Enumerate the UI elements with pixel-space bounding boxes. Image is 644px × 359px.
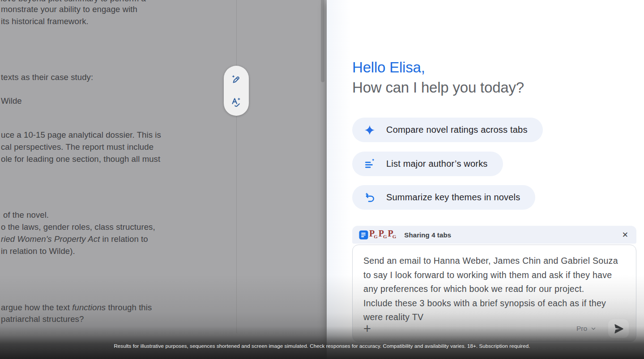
document-text-line: ried Women's Property Act in relation to — [1, 234, 148, 244]
prompt-card: Send an email to Hanna Weber, James Chin… — [352, 245, 636, 342]
footer-disclaimer: Results for illustrative purposes, seque… — [0, 343, 644, 349]
sharing-tabs-label: Sharing 4 tabs — [404, 231, 451, 239]
suggestion-chip-label: List major author’s works — [386, 159, 488, 169]
document-text-line: o the laws, gender roles, class structur… — [1, 222, 155, 232]
editing-tools-pill — [224, 66, 249, 116]
suggestion-chip-label: Compare novel ratings across tabs — [386, 125, 528, 135]
model-selector-label: Pro — [576, 325, 587, 333]
sharing-tabs-bar: PG PG PG Sharing 4 tabs ✕ — [352, 226, 636, 244]
spellcheck-sparkle-icon — [230, 96, 242, 108]
prompt-input[interactable]: Send an email to Hanna Weber, James Chin… — [363, 254, 628, 325]
document-text-line: texts as their case study: — [1, 72, 93, 82]
page-edge-divider — [236, 0, 237, 333]
send-arrow-icon — [613, 323, 624, 334]
gutenberg-favicon: PG — [379, 229, 387, 241]
document-text-line: Wilde — [1, 96, 22, 106]
prompt-toolbar: + Pro — [362, 318, 629, 339]
magic-pencil-icon — [230, 74, 242, 85]
shared-tab-favicons: PG PG PG — [359, 229, 396, 241]
document-text-line: monstrate your ability to engage with — [1, 4, 137, 14]
greeting-name: Hello Elisa, — [352, 57, 425, 77]
gemini-sparkle-icon — [364, 124, 375, 136]
prompt-line: Include these 3 books with a brief synop… — [363, 296, 628, 311]
gutenberg-favicon: PG — [388, 229, 397, 241]
chevron-down-icon — [590, 325, 597, 332]
document-text-line: uce a 10-15 page analytical dossier. Thi… — [1, 130, 161, 140]
screen: move beyond plot summary to perform a mo… — [0, 0, 644, 359]
proofread-button[interactable] — [227, 93, 245, 111]
send-button[interactable] — [608, 319, 629, 338]
replay-sparkle-icon — [364, 192, 375, 203]
close-icon[interactable]: ✕ — [620, 229, 630, 241]
list-sparkle-icon — [364, 158, 375, 170]
prompt-line: any preferences for which book we read f… — [363, 282, 628, 296]
document-text-line: move beyond plot summary to perform a — [0, 0, 146, 4]
document-text-line: patriarchal structures? — [1, 314, 84, 324]
prompt-line: Send an email to Hanna Weber, James Chin… — [363, 254, 628, 268]
google-docs-favicon — [359, 230, 368, 240]
suggestion-chip-compare-ratings[interactable]: Compare novel ratings across tabs — [352, 118, 543, 142]
suggestion-chip-list-works[interactable]: List major author’s works — [352, 152, 503, 176]
document-text-line: its historical framework. — [1, 17, 89, 26]
scrollbar-thumb[interactable] — [321, 0, 324, 82]
prompt-line: to say I look forward to working with th… — [363, 268, 628, 283]
document-text-line: ole for leading one section, though all … — [1, 154, 160, 164]
document-text-line: cal perspectives. The report must includ… — [1, 142, 154, 152]
document-text-line: argue how the text functions through thi… — [1, 303, 152, 313]
document-page: move beyond plot summary to perform a mo… — [0, 0, 327, 359]
suggestion-chip-summarize-themes[interactable]: Summarize key themes in novels — [352, 185, 535, 210]
model-selector[interactable]: Pro — [576, 325, 597, 333]
document-text-line: of the novel. — [3, 210, 49, 220]
help-me-write-button[interactable] — [227, 71, 245, 89]
document-text-line: in relation to Wilde). — [1, 246, 75, 256]
add-attachment-button[interactable]: + — [362, 322, 373, 335]
gutenberg-favicon: PG — [369, 229, 378, 241]
suggestion-chip-label: Summarize key themes in novels — [386, 192, 520, 203]
gemini-side-panel: Hello Elisa, How can I help you today? C… — [327, 0, 644, 359]
greeting-question: How can I help you today? — [352, 77, 524, 97]
